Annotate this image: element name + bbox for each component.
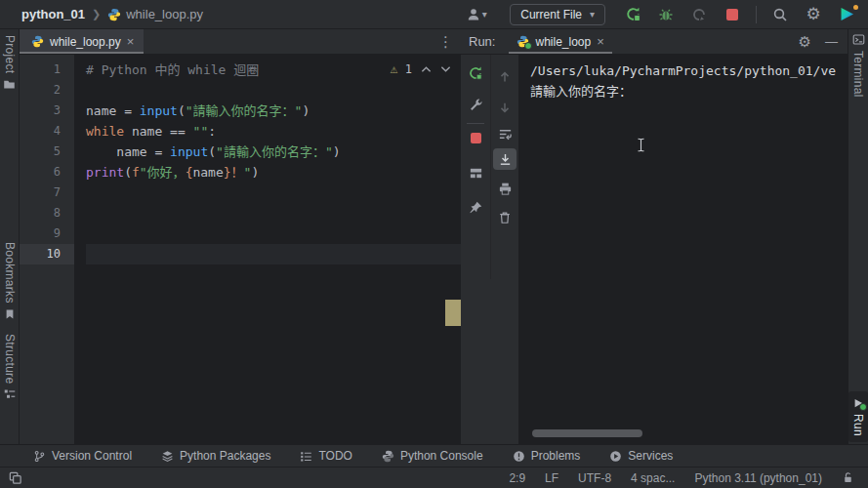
run-settings-gear-icon[interactable]: ⚙ [799,34,811,49]
stop-button[interactable] [721,4,744,25]
line-number[interactable]: 7 [20,183,74,203]
console-line-path: /Users/luka/PycharmProjects/python_01/ve [519,55,847,81]
code-line[interactable]: name = input("請輸入你的名字：") [86,101,461,121]
ide-logo-button[interactable] [835,4,858,25]
caret-position[interactable]: 2:9 [509,471,525,485]
code-line[interactable] [86,203,461,224]
debug-button[interactable] [654,4,678,25]
toolbar-divider [490,55,491,279]
print-icon[interactable] [490,178,519,199]
services-play-icon [609,450,622,463]
run-configuration-selector[interactable]: Current File ▾ [510,4,605,25]
code-token: # Python 中的 while 迴圈 [86,62,259,77]
minimize-icon[interactable]: — [825,34,838,49]
line-number[interactable]: 5 [20,142,74,162]
editor-options-kebab-icon[interactable]: ⋮ [431,33,461,51]
up-stack-trace-icon[interactable] [490,66,519,88]
soft-wrap-icon[interactable] [490,123,519,144]
sidebar-item-project[interactable]: Project [0,35,19,91]
python-interpreter[interactable]: Python 3.11 (python_01) [694,471,822,485]
workspace-window-icon[interactable] [0,470,22,485]
line-separator[interactable]: LF [545,471,558,485]
gear-icon: ⚙ [806,6,820,22]
rerun-button[interactable] [461,62,490,84]
folder-icon [3,78,16,91]
terminal-icon [852,33,865,46]
clear-console-trash-icon[interactable] [490,207,519,228]
inspection-stripe-marker[interactable] [445,300,461,326]
sidebar-item-structure[interactable]: Structure [0,334,19,400]
code-editor[interactable]: 12345678910 # Python 中的 while 迴圈name = i… [20,55,461,444]
toolwindow-version-control[interactable]: Version Control [33,449,132,463]
line-number[interactable]: 8 [20,203,74,224]
code-line[interactable]: name = input("請輸入你的名字：") [86,142,461,162]
run-console[interactable]: /Users/luka/PycharmProjects/python_01/ve… [519,55,847,444]
file-encoding[interactable]: UTF-8 [578,471,611,485]
toolbar-divider [467,123,484,124]
line-number[interactable]: 4 [20,121,74,142]
layers-icon [161,450,174,463]
toolwindow-problems[interactable]: Problems [513,449,581,463]
code-line[interactable] [86,80,461,101]
stop-button[interactable] [461,127,490,148]
scroll-to-end-icon[interactable] [493,148,517,170]
code-line[interactable] [86,244,461,264]
code-line[interactable]: print(f"你好，{name}！") [86,162,461,183]
editor-code-area[interactable]: # Python 中的 while 迴圈name = input("請輸入你的名… [74,55,461,444]
chevron-up-icon[interactable] [421,65,432,73]
sidebar-item-terminal[interactable]: Terminal [848,33,868,98]
inspection-widget[interactable]: ⚠ 1 [391,61,451,76]
code-token: } [224,165,231,180]
line-number[interactable]: 6 [20,162,74,183]
toolwindow-services[interactable]: Services [609,449,673,463]
toolwindow-todo[interactable]: TODO [300,449,351,463]
active-tab-underline [20,52,144,54]
toolwindow-python-console[interactable]: Python Console [382,449,483,463]
line-number[interactable]: 3 [20,101,74,121]
code-line[interactable] [86,224,461,244]
bookmark-icon [4,308,16,320]
active-tab-underline [509,52,611,54]
indent-style[interactable]: 4 spac... [631,471,675,485]
code-token: ) [251,165,259,180]
edit-configuration-wrench-icon[interactable] [461,94,490,115]
line-number[interactable]: 9 [20,224,74,244]
profiler-button[interactable] [687,4,711,25]
sidebar-item-run[interactable]: Run [848,391,868,442]
chevron-down-icon: ▾ [482,9,487,20]
code-token: f [132,165,140,180]
breadcrumb-file[interactable]: while_loop.py [107,7,203,21]
line-number[interactable]: 1 [20,60,74,80]
chevron-down-icon[interactable] [440,65,451,73]
code-token: print [86,165,124,180]
rerun-button[interactable] [621,4,644,25]
breadcrumb-project[interactable]: python_01 [21,7,85,21]
line-number[interactable]: 2 [20,80,74,101]
horizontal-scrollbar-thumb[interactable] [532,429,642,437]
editor-tab-label: while_loop.py [50,35,121,49]
sidebar-item-bookmarks[interactable]: Bookmarks [0,242,19,320]
readonly-lock-icon[interactable] [842,471,854,484]
chevron-down-icon: ▾ [590,9,595,20]
notification-dot [853,5,858,10]
console-line-prompt: 請輸入你的名字： [519,81,847,102]
run-tab-while-loop[interactable]: while_loop × [509,29,611,54]
close-icon[interactable]: × [127,35,135,48]
editor-tab-while-loop[interactable]: while_loop.py × [20,29,144,54]
down-stack-trace-icon[interactable] [490,97,519,118]
code-line[interactable] [86,183,461,203]
close-icon[interactable]: × [597,35,604,48]
pin-tab-icon[interactable] [461,196,490,218]
code-token: "你好， [140,165,186,180]
python-file-icon [517,35,529,48]
toolbar-actions: ▾ Current File ▾ ⚙ [459,4,868,25]
code-token: "" [193,124,209,139]
user-account-button[interactable]: ▾ [459,4,494,25]
settings-button[interactable]: ⚙ [802,4,825,25]
search-everywhere-button[interactable] [768,4,792,25]
layout-settings-icon[interactable] [461,162,490,183]
line-number[interactable]: 10 [20,244,74,264]
code-line[interactable]: while name == "": [86,121,461,142]
toolwindow-python-packages[interactable]: Python Packages [161,449,270,463]
code-token: ( [124,165,132,180]
